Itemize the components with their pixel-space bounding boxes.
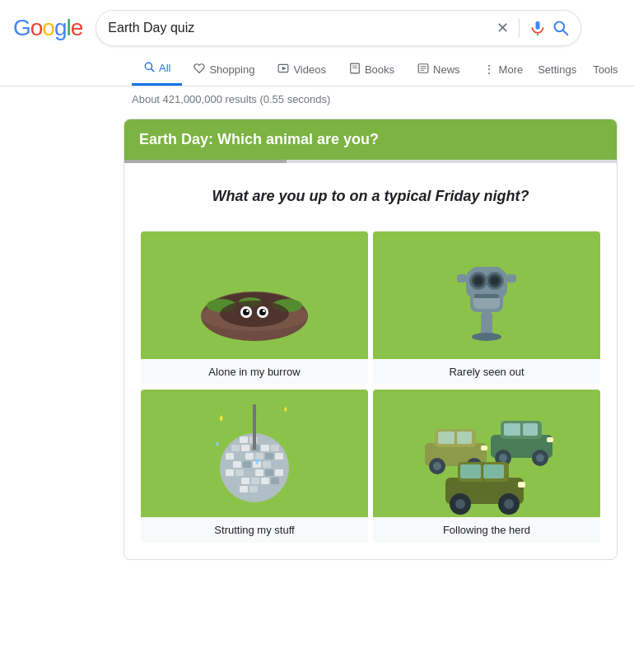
clear-icon[interactable]: ✕ xyxy=(496,19,509,37)
search-input[interactable] xyxy=(108,21,490,35)
svg-rect-52 xyxy=(241,445,249,451)
svg-rect-82 xyxy=(253,404,256,450)
svg-rect-59 xyxy=(255,453,263,460)
search-bar-wrapper: ✕ xyxy=(96,10,581,46)
svg-rect-63 xyxy=(233,461,241,468)
quiz-body: What are you up to on a typical Friday n… xyxy=(124,163,617,559)
svg-rect-74 xyxy=(231,478,240,484)
svg-point-44 xyxy=(472,333,501,341)
more-tab-icon: ⋮ xyxy=(483,63,495,76)
svg-rect-81 xyxy=(259,486,268,492)
quiz-option-label-burrow: Alone in my burrow xyxy=(141,359,368,385)
svg-rect-42 xyxy=(474,294,499,298)
svg-rect-66 xyxy=(263,461,271,468)
quiz-option-rarely[interactable]: Rarely seen out xyxy=(373,231,600,385)
svg-rect-95 xyxy=(481,446,487,450)
quiz-option-label-herd: Following the herd xyxy=(373,517,600,543)
svg-rect-57 xyxy=(235,453,244,460)
svg-rect-51 xyxy=(231,445,240,451)
tab-videos-label: Videos xyxy=(293,63,326,76)
svg-marker-5 xyxy=(282,66,287,70)
tab-more[interactable]: ⋮ More xyxy=(472,54,535,84)
svg-rect-60 xyxy=(265,453,273,460)
news-tab-icon xyxy=(417,63,429,77)
tab-videos[interactable]: Videos xyxy=(266,54,338,85)
svg-rect-67 xyxy=(273,461,281,468)
svg-point-28 xyxy=(243,309,249,315)
svg-point-92 xyxy=(433,462,441,470)
svg-rect-58 xyxy=(245,453,254,460)
svg-marker-83 xyxy=(220,415,223,422)
svg-rect-64 xyxy=(243,461,251,468)
svg-rect-98 xyxy=(504,423,520,436)
quiz-option-herd[interactable]: Following the herd xyxy=(373,390,600,543)
quiz-title: Earth Day: Which animal are you? xyxy=(139,131,602,148)
svg-rect-99 xyxy=(523,423,538,436)
tab-more-label: More xyxy=(499,63,524,76)
svg-rect-108 xyxy=(460,464,481,478)
google-logo: Google xyxy=(13,15,82,41)
tab-shopping[interactable]: Shopping xyxy=(182,54,266,85)
svg-point-39 xyxy=(474,277,482,285)
quiz-option-img-herd xyxy=(373,390,600,517)
tab-news[interactable]: News xyxy=(406,54,472,85)
tab-books[interactable]: Books xyxy=(338,54,406,85)
quiz-option-img-strut xyxy=(141,390,368,517)
quiz-option-strut[interactable]: Strutting my stuff xyxy=(141,390,368,543)
search-bar[interactable]: ✕ xyxy=(96,10,581,46)
svg-marker-84 xyxy=(284,406,287,412)
svg-line-3 xyxy=(152,69,154,72)
quiz-question: What are you up to on a typical Friday n… xyxy=(141,188,600,205)
svg-rect-80 xyxy=(249,486,258,492)
svg-rect-73 xyxy=(275,469,283,476)
svg-rect-50 xyxy=(259,436,268,443)
svg-rect-68 xyxy=(226,469,234,476)
videos-tab-icon xyxy=(277,63,289,77)
settings-link[interactable]: Settings xyxy=(534,55,580,84)
svg-rect-76 xyxy=(251,478,259,484)
svg-point-25 xyxy=(220,301,289,327)
svg-rect-75 xyxy=(241,478,249,484)
svg-rect-109 xyxy=(483,464,504,478)
tab-news-label: News xyxy=(433,63,460,76)
svg-rect-77 xyxy=(261,478,269,484)
svg-rect-72 xyxy=(265,469,273,476)
svg-point-111 xyxy=(455,499,465,509)
svg-point-101 xyxy=(499,454,507,462)
svg-rect-70 xyxy=(245,469,254,476)
header: Google ✕ xyxy=(0,0,634,46)
svg-rect-54 xyxy=(261,445,269,451)
svg-rect-89 xyxy=(438,432,455,444)
quiz-card: Earth Day: Which animal are you? What ar… xyxy=(124,119,618,560)
svg-rect-6 xyxy=(351,63,360,73)
tab-books-label: Books xyxy=(365,63,394,76)
svg-rect-78 xyxy=(271,478,279,484)
svg-rect-62 xyxy=(223,461,231,468)
quiz-header: Earth Day: Which animal are you? xyxy=(124,119,617,160)
svg-rect-90 xyxy=(457,432,472,444)
results-count: About 421,000,000 results (0.55 seconds) xyxy=(0,86,634,112)
tab-all[interactable]: All xyxy=(132,53,182,86)
svg-rect-71 xyxy=(255,469,263,476)
quiz-option-img-burrow xyxy=(141,231,368,359)
svg-rect-114 xyxy=(518,482,525,488)
svg-point-40 xyxy=(491,277,499,285)
svg-rect-41 xyxy=(485,278,488,284)
quiz-option-label-strut: Strutting my stuff xyxy=(141,517,368,543)
svg-rect-69 xyxy=(235,469,244,476)
svg-rect-104 xyxy=(547,437,553,442)
quiz-option-img-rarely xyxy=(373,231,600,359)
svg-rect-56 xyxy=(226,453,234,460)
search-submit-icon[interactable] xyxy=(552,20,569,36)
tools-link[interactable]: Tools xyxy=(590,55,621,84)
quiz-option-burrow[interactable]: Alone in my burrow xyxy=(141,231,368,385)
mic-icon[interactable] xyxy=(529,20,546,36)
svg-line-1 xyxy=(563,30,567,35)
quiz-option-label-rarely: Rarely seen out xyxy=(373,359,600,385)
nav-tabs: All Shopping Videos Books News ⋮ More Se… xyxy=(0,46,634,86)
all-tab-icon xyxy=(143,61,155,75)
shopping-tab-icon xyxy=(193,63,205,77)
books-tab-icon xyxy=(349,63,361,77)
svg-point-113 xyxy=(504,499,514,509)
svg-rect-55 xyxy=(271,445,279,451)
